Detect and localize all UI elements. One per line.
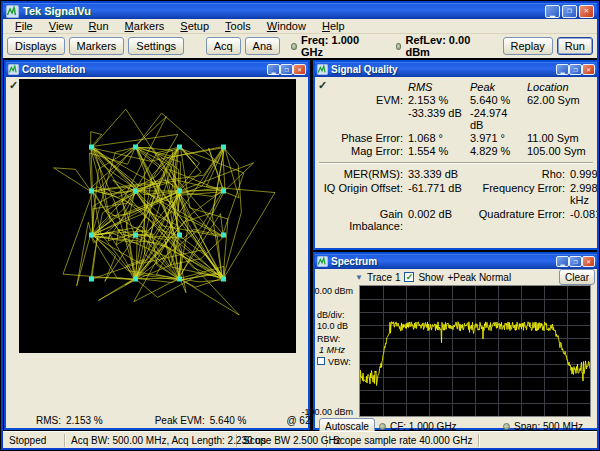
sq-mag-peak: 4.829 % <box>470 145 522 157</box>
minimize-button[interactable]: ▁ <box>545 5 560 18</box>
sq-mag-rms: 1.554 % <box>408 145 465 157</box>
constellation-canvas[interactable] <box>19 79 296 353</box>
replay-button[interactable]: Replay <box>503 37 553 55</box>
sq-phase-rms: 1.068 ° <box>408 132 465 144</box>
spectrum-window: Spectrum ▁ ❐ ✕ ▼ Trace 1 ✓ Show +Peak No… <box>313 252 597 430</box>
spectrum-vbw-label: VBW: <box>328 357 351 367</box>
spectrum-plot-area: 0.00 dBm dB/div: 10.0 dB RBW: 1 MHz VBW:… <box>315 285 597 417</box>
titlebar: Tek SignalVu ▁ ❐ ✕ <box>3 3 597 19</box>
menu-tools[interactable]: Tools <box>217 20 259 32</box>
toolbar: Displays Markers Settings Acq Ana Freq: … <box>3 34 597 58</box>
sq-evm-db-peak: -24.974 dB <box>470 107 522 131</box>
signal-quality-titlebar[interactable]: Signal Quality ▁ ❐ ✕ <box>315 62 597 77</box>
maximize-button[interactable]: ❐ <box>562 5 577 18</box>
cf-readout: CF: 1.000 GHz <box>390 421 457 432</box>
sq-evm-db-location <box>527 107 597 131</box>
signal-quality-panel-icon <box>317 64 328 75</box>
displays-button[interactable]: Displays <box>7 37 65 55</box>
trace-selector[interactable]: Trace 1 <box>367 272 401 283</box>
show-checkbox[interactable]: ✓ <box>404 272 414 282</box>
constellation-panel-icon <box>8 64 19 75</box>
spectrum-panel-icon <box>317 256 328 267</box>
sq-separator <box>319 162 593 164</box>
status-bar: Stopped Acq BW: 500.00 MHz, Acq Length: … <box>3 431 597 448</box>
spectrum-titlebar[interactable]: Spectrum ▁ ❐ ✕ <box>315 254 597 269</box>
menu-file[interactable]: File <box>7 20 41 32</box>
constellation-close-button[interactable]: ✕ <box>293 64 306 75</box>
signal-quality-table: RMS Peak Location EVM: 2.153 % 5.640 % 6… <box>323 81 597 157</box>
freq-knob-icon[interactable] <box>291 43 297 50</box>
signal-quality-summary: MER(RMS): 33.339 dB Rho: 0.999539 IQ Ori… <box>323 168 597 232</box>
autoscale-button[interactable]: Autoscale <box>319 418 375 431</box>
constellation-minimize-button[interactable]: ▁ <box>267 64 280 75</box>
sq-gain-label: Gain Imbalance: <box>323 208 403 232</box>
spectrum-canvas[interactable] <box>359 285 591 417</box>
sq-freqerr-label: Frequency Error: <box>475 182 565 206</box>
vbw-checkbox[interactable] <box>317 357 325 365</box>
spectrum-trace-controls: ▼ Trace 1 ✓ Show +Peak Normal Clear <box>315 269 597 285</box>
sq-evm-location: 62.00 Sym <box>527 94 597 106</box>
const-peak-label: Peak EVM: <box>155 415 205 426</box>
markers-button[interactable]: Markers <box>69 37 125 55</box>
sq-quaderr-label: Quadrature Error: <box>475 208 565 232</box>
trace-mode[interactable]: +Peak Normal <box>447 272 511 283</box>
spectrum-rbw-value[interactable]: 1 MHz <box>319 345 345 355</box>
menu-markers[interactable]: Markers <box>117 20 173 32</box>
signal-quality-close-button[interactable]: ✕ <box>582 64 595 75</box>
spectrum-footer: Autoscale CF: 1.000 GHz Span: 500 MHz <box>315 417 597 431</box>
constellation-body: ✓ RMS: 2.153 % Peak EVM: 5.640 % @ 62.00… <box>6 77 308 428</box>
menu-view[interactable]: View <box>41 20 81 32</box>
constellation-titlebar[interactable]: Constellation ▁ ❐ ✕ <box>6 62 308 77</box>
menu-run[interactable]: Run <box>80 20 116 32</box>
acq-button[interactable]: Acq <box>206 37 241 55</box>
trace-dropdown-icon[interactable]: ▼ <box>355 273 363 282</box>
close-button[interactable]: ✕ <box>579 5 594 18</box>
sq-row-label: Mag Error: <box>323 145 403 157</box>
run-button[interactable]: Run <box>557 37 593 55</box>
const-rms-label: RMS: <box>36 415 61 426</box>
sq-evm-db-rms: -33.339 dB <box>408 107 465 131</box>
cf-knob-icon[interactable] <box>379 423 386 430</box>
spectrum-title: Spectrum <box>331 256 556 267</box>
menu-help[interactable]: Help <box>314 20 353 32</box>
signal-quality-maximize-button[interactable]: ❐ <box>569 64 582 75</box>
menu-setup[interactable]: Setup <box>172 20 217 32</box>
clear-button[interactable]: Clear <box>559 269 595 285</box>
spectrum-top-ref: 0.00 dBm <box>314 286 353 296</box>
show-label: Show <box>418 272 443 283</box>
menu-window[interactable]: Window <box>259 20 314 32</box>
spectrum-dbdiv-label: dB/div: <box>317 310 345 320</box>
sq-rho-label: Rho: <box>475 168 565 180</box>
settings-button[interactable]: Settings <box>128 37 184 55</box>
spectrum-maximize-button[interactable]: ❐ <box>569 256 582 267</box>
span-knob-icon[interactable] <box>503 423 510 430</box>
const-rms-value: 2.153 % <box>66 415 103 426</box>
reflev-readout: RefLev: 0.00 dBm <box>405 34 475 58</box>
sq-phase-location: 11.00 Sym <box>527 132 597 144</box>
signal-quality-valid-checkmark-icon: ✓ <box>318 79 327 92</box>
spectrum-close-button[interactable]: ✕ <box>582 256 595 267</box>
sq-freqerr-value: 2.998 kHz <box>570 182 597 206</box>
constellation-maximize-button[interactable]: ❐ <box>280 64 293 75</box>
sq-phase-peak: 3.971 ° <box>470 132 522 144</box>
signal-quality-minimize-button[interactable]: ▁ <box>556 64 569 75</box>
spectrum-body: ▼ Trace 1 ✓ Show +Peak Normal Clear 0.00… <box>315 269 597 431</box>
spectrum-dbdiv-value[interactable]: 10.0 dB <box>317 321 348 331</box>
signal-quality-body: ✓ RMS Peak Location EVM: 2.153 % 5.640 %… <box>315 77 597 248</box>
sq-gain-value: 0.002 dB <box>408 208 470 232</box>
sq-iqoffset-label: IQ Origin Offset: <box>323 182 403 206</box>
spectrum-minimize-button[interactable]: ▁ <box>556 256 569 267</box>
sq-iqoffset-value: -61.771 dB <box>408 182 470 206</box>
status-acq: Acq BW: 500.00 MHz, Acq Length: 2.230 us <box>65 434 237 447</box>
constellation-window: Constellation ▁ ❐ ✕ ✓ RMS: 2.153 % Peak … <box>4 60 310 430</box>
sq-evm-peak: 5.640 % <box>470 94 522 106</box>
ana-button[interactable]: Ana <box>245 37 281 55</box>
sq-header-peak: Peak <box>470 81 522 93</box>
sq-mer-value: 33.339 dB <box>408 168 470 180</box>
spectrum-rbw-label: RBW: <box>317 334 340 344</box>
reflev-knob-icon[interactable] <box>396 43 402 50</box>
sq-mag-location: 105.00 Sym <box>527 145 597 157</box>
window-title: Tek SignalVu <box>23 5 545 17</box>
status-run-state: Stopped <box>3 434 65 447</box>
signal-quality-title: Signal Quality <box>331 64 556 75</box>
